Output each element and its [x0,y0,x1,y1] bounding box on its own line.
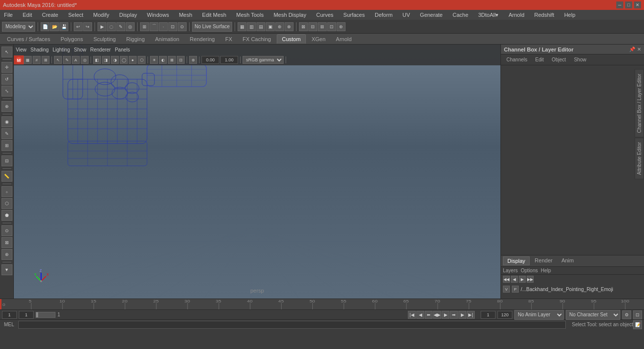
snap-point-icon[interactable]: · [159,22,168,31]
save-icon[interactable]: 💾 [59,22,68,31]
tab-rendering[interactable]: Rendering [185,35,220,44]
ipr-icon[interactable]: ⊛ [275,22,284,31]
select-tool-btn[interactable]: ↖ [1,47,12,57]
vp-menu-panels[interactable]: Panels [115,47,130,52]
play-back-btn[interactable]: ◀▶ [433,311,441,319]
menu-windows[interactable]: Windows [145,11,171,19]
menu-help[interactable]: Help [562,11,578,19]
vp-guide-icon[interactable]: ⊞ [42,56,50,64]
prev-key-btn[interactable]: ⬅ [425,311,433,319]
color-profile-dropdown[interactable]: sRGB gamma [243,56,284,64]
menu-file[interactable]: File [2,11,15,19]
anim-layer-dropdown[interactable]: No Anim Layer [514,310,564,320]
vp-paint-icon[interactable]: ✎ [63,56,71,64]
char-set-dropdown[interactable]: No Character Set [566,310,620,320]
vp-show-icon[interactable]: ◎ [81,56,89,64]
layout5-icon[interactable]: ⊛ [337,22,346,31]
vp-input-1[interactable]: 0.00 [201,56,219,64]
layout1-icon[interactable]: ⊠ [299,22,308,31]
char-options-icon[interactable]: ⊡ [633,310,642,319]
menu-edit-mesh[interactable]: Edit Mesh [200,11,228,19]
close-button[interactable]: ✕ [634,1,641,8]
layer-p-btn[interactable]: P [512,286,519,293]
snap-view-icon[interactable]: ⊡ [168,22,177,31]
main-viewport[interactable]: M View Shading Lighting Show Renderer Pa… [14,45,500,299]
undo-icon[interactable]: ↩ [74,22,83,31]
menu-mesh-display[interactable]: Mesh Display [272,11,308,19]
scale-tool-btn[interactable]: ⤡ [1,86,12,97]
vp-select-icon[interactable]: ↖ [54,56,62,64]
inbetween-btn[interactable]: ⬟ [1,210,12,221]
vp-menu-view[interactable]: View [16,47,27,52]
current-frame-input[interactable]: 1 [19,311,34,319]
vtab-attribute-editor[interactable]: Attribute Editor [635,138,644,179]
show-manip-btn[interactable]: ⊞ [1,140,12,151]
layout2-icon[interactable]: ⊟ [308,22,317,31]
render-all-icon[interactable]: ▥ [247,22,256,31]
tab-fx-caching[interactable]: FX Caching [238,35,276,44]
snap-curve-icon[interactable]: ⌒ [149,22,158,31]
vp-menu-renderer[interactable]: Renderer [90,47,111,52]
snap-together-btn[interactable]: ⊟ [1,155,12,166]
snap-grid-icon[interactable]: ⊞ [140,22,149,31]
play-fwd-btn[interactable]: ▶ [442,311,449,319]
render-region-btn[interactable]: ⊠ [1,237,12,248]
menu-select[interactable]: Select [66,11,86,19]
disp-tab-anim[interactable]: Anim [557,256,578,265]
lasso-icon[interactable]: ◌ [107,22,116,31]
render-settings-icon[interactable]: ▣ [266,22,275,31]
paint-icon[interactable]: ✎ [116,22,125,31]
menu-mesh[interactable]: Mesh [177,11,194,19]
channel-box-pin-icon[interactable]: 📌 [629,47,635,52]
vp-input-2[interactable]: 1.00 [220,56,238,64]
mode-dropdown[interactable]: Modeling [2,22,35,32]
more-tools-btn[interactable]: ▼ [1,264,12,275]
move-tool-btn[interactable]: ✛ [1,62,12,73]
tab-custom[interactable]: Custom [277,34,306,44]
menu-create[interactable]: Create [40,11,60,19]
layer-menu-options[interactable]: Options [521,268,538,273]
layer-nav-next-btn[interactable]: ▶ [519,276,526,283]
start-frame-input[interactable]: 1 [2,311,17,319]
vp-shading3-icon[interactable]: ◑ [111,56,119,64]
soft-sel-icon[interactable]: ◎ [126,22,135,31]
prev-frame-btn[interactable]: ◀ [416,311,424,319]
layout3-icon[interactable]: ⊞ [318,22,327,31]
maximize-button[interactable]: □ [625,1,632,8]
vp-depth-icon[interactable]: ⊡ [177,56,185,64]
layer-nav-fwd-btn[interactable]: ▶▶ [527,276,534,283]
measure-btn[interactable]: 📏 [1,171,12,182]
tab-sculpting[interactable]: Sculpting [89,35,121,44]
paint-skin-btn[interactable]: ⊛ [1,249,12,260]
vp-menu-shading[interactable]: Shading [31,47,49,52]
menu-redshift[interactable]: Redshift [532,11,556,19]
channel-box-close-icon[interactable]: ✕ [637,47,641,52]
vp-shading1-icon[interactable]: ◧ [93,56,101,64]
render-pause-icon[interactable]: ⊗ [285,22,294,31]
next-frame-btn[interactable]: ▶ [458,311,466,319]
vp-filmgate-icon[interactable]: ▦ [24,56,32,64]
vp-light1-icon[interactable]: ☀ [150,56,158,64]
layout4-icon[interactable]: ⊡ [327,22,336,31]
set-key-btn[interactable]: ⬦ [1,186,12,197]
ch-tab-show[interactable]: Show [570,55,590,64]
layer-nav-back-btn[interactable]: ◀◀ [503,276,510,283]
universal-tool-btn[interactable]: ⊕ [1,101,12,112]
render-view-icon[interactable]: ▤ [256,22,265,31]
tab-animation[interactable]: Animation [150,35,184,44]
layer-menu-help[interactable]: Help [541,268,551,273]
open-icon[interactable]: 📂 [50,22,59,31]
vp-shading5-icon[interactable]: ● [129,56,137,64]
menu-deform[interactable]: Deform [373,11,395,19]
script-editor-icon[interactable]: 📝 [633,320,642,329]
display-btn[interactable]: ⊙ [1,225,12,236]
layer-vis-btn[interactable]: V [503,286,510,293]
anim-options-icon[interactable]: ⚙ [622,310,631,319]
ch-tab-channels[interactable]: Channels [503,55,531,64]
vp-shading2-icon[interactable]: ◨ [102,56,110,64]
redo-icon[interactable]: ↪ [83,22,92,31]
skip-start-btn[interactable]: |◀ [408,311,416,319]
vp-grid-icon[interactable]: # [33,56,41,64]
vp-shadow-icon[interactable]: ◐ [159,56,167,64]
next-key-btn[interactable]: ➡ [450,311,458,319]
